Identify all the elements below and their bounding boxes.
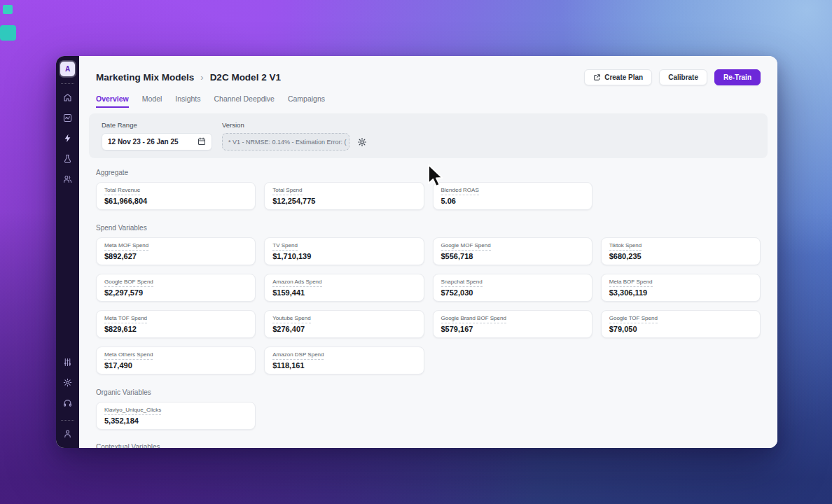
sliders-icon[interactable] bbox=[60, 354, 76, 370]
metric-label: Google TOF Spend bbox=[609, 316, 658, 323]
topbar: Marketing Mix Models › D2C Model 2 V1 Cr… bbox=[96, 69, 761, 85]
metric-card: Total Revenue $61,966,804 bbox=[96, 182, 256, 210]
metric-value: $892,627 bbox=[104, 253, 247, 260]
metric-value: $61,966,804 bbox=[104, 197, 247, 205]
metric-value: 5,352,184 bbox=[104, 417, 247, 425]
calibrate-button[interactable]: Calibrate bbox=[659, 69, 707, 85]
metric-value: $1,710,139 bbox=[272, 253, 415, 260]
headphones-icon[interactable] bbox=[60, 395, 76, 410]
header-actions: Create Plan Calibrate Re-Train bbox=[584, 69, 761, 85]
metric-label: Meta BOF Spend bbox=[609, 279, 653, 287]
breadcrumb-current: D2C Model 2 V1 bbox=[210, 72, 281, 83]
version-field: Version * V1 - NRMSE: 0.14% - Estimation… bbox=[222, 121, 367, 150]
section-organic-variables: Organic Variables Klaviyo_Unique_Clicks … bbox=[96, 388, 761, 430]
metric-value: $752,030 bbox=[441, 289, 584, 297]
main-content: Marketing Mix Models › D2C Model 2 V1 Cr… bbox=[79, 56, 777, 448]
retrain-button[interactable]: Re-Train bbox=[714, 69, 761, 85]
breadcrumb-separator-icon: › bbox=[200, 72, 203, 83]
organic-grid: Klaviyo_Unique_Clicks 5,352,184 bbox=[96, 402, 761, 430]
workspace-logo[interactable]: A bbox=[60, 62, 75, 76]
date-range-value: 12 Nov 23 - 26 Jan 25 bbox=[108, 138, 179, 146]
version-select[interactable]: * V1 - NRMSE: 0.14% - Estimation Error: … bbox=[222, 133, 349, 150]
create-plan-label: Create Plan bbox=[604, 74, 643, 81]
metric-label: Amazon DSP Spend bbox=[272, 352, 324, 360]
section-title: Contextual Variables bbox=[96, 443, 761, 448]
metric-value: $17,490 bbox=[104, 362, 247, 370]
metric-value: $556,718 bbox=[441, 253, 584, 260]
metric-label: Klaviyo_Unique_Clicks bbox=[104, 407, 161, 415]
metric-value: $12,254,775 bbox=[272, 197, 415, 205]
tab-overview[interactable]: Overview bbox=[96, 94, 129, 108]
calendar-icon bbox=[197, 137, 206, 147]
metric-card: Google BOF Spend $2,297,579 bbox=[96, 274, 256, 302]
retrain-label: Re-Train bbox=[723, 74, 751, 81]
app-window: A bbox=[56, 56, 777, 448]
metric-label: TV Spend bbox=[272, 243, 298, 251]
section-contextual-variables: Contextual Variables bbox=[96, 443, 761, 448]
desktop-background: A bbox=[0, 0, 832, 504]
metric-card: Amazon DSP Spend $118,161 bbox=[264, 346, 424, 374]
metric-value: $79,050 bbox=[609, 326, 752, 333]
metric-label: Google Brand BOF Spend bbox=[441, 316, 506, 323]
users-icon[interactable] bbox=[60, 171, 76, 186]
date-range-input[interactable]: 12 Nov 23 - 26 Jan 25 bbox=[102, 133, 212, 150]
analytics-icon[interactable] bbox=[60, 110, 76, 125]
metric-label: Snapchat Spend bbox=[441, 279, 483, 287]
create-plan-button[interactable]: Create Plan bbox=[584, 69, 652, 85]
metric-card: Meta BOF Spend $3,306,119 bbox=[601, 274, 761, 302]
tab-model[interactable]: Model bbox=[142, 94, 162, 108]
metric-value: $680,235 bbox=[609, 253, 752, 260]
version-label: Version bbox=[222, 121, 367, 129]
breadcrumb-parent[interactable]: Marketing Mix Models bbox=[96, 72, 194, 83]
metric-card: Meta MOF Spend $892,627 bbox=[96, 237, 256, 265]
metric-card: Google TOF Spend $79,050 bbox=[601, 310, 761, 338]
flask-icon[interactable] bbox=[60, 150, 76, 166]
external-link-icon bbox=[593, 74, 601, 81]
metric-card: TV Spend $1,710,139 bbox=[264, 237, 424, 265]
teal-accent-square-large bbox=[0, 25, 16, 41]
section-aggregate: Aggregate Total Revenue $61,966,804 Tota… bbox=[96, 169, 761, 210]
metric-value: 5.06 bbox=[441, 197, 584, 205]
metric-card: Google Brand BOF Spend $579,167 bbox=[433, 310, 592, 338]
aggregate-grid: Total Revenue $61,966,804 Total Spend $1… bbox=[96, 182, 761, 210]
metric-value: $276,407 bbox=[272, 326, 415, 333]
metric-label: Meta MOF Spend bbox=[104, 243, 148, 251]
filter-bar: Date Range 12 Nov 23 - 26 Jan 25 Version… bbox=[89, 113, 768, 158]
metric-value: $118,161 bbox=[272, 362, 415, 370]
metric-card: Amazon Ads Spend $159,441 bbox=[264, 274, 424, 302]
calibrate-label: Calibrate bbox=[668, 74, 698, 81]
version-settings-gear-icon[interactable] bbox=[357, 137, 367, 147]
metric-label: Google MOF Spend bbox=[441, 243, 491, 251]
tab-insights[interactable]: Insights bbox=[175, 94, 200, 108]
tab-campaigns[interactable]: Campaigns bbox=[288, 94, 325, 108]
metric-card: Snapchat Spend $752,030 bbox=[433, 274, 592, 302]
metric-card: Klaviyo_Unique_Clicks 5,352,184 bbox=[96, 402, 256, 430]
metric-value: $3,306,119 bbox=[609, 289, 752, 297]
date-range-label: Date Range bbox=[102, 121, 212, 129]
version-value: * V1 - NRMSE: 0.14% - Estimation Error: … bbox=[228, 139, 347, 146]
metric-value: $159,441 bbox=[272, 289, 415, 297]
metric-label: Total Revenue bbox=[104, 188, 140, 195]
sidebar: A bbox=[56, 56, 79, 448]
metric-card: Meta Others Spend $17,490 bbox=[96, 346, 256, 374]
account-icon[interactable] bbox=[60, 426, 76, 441]
section-title: Organic Variables bbox=[96, 388, 761, 396]
metric-card: Total Spend $12,254,775 bbox=[264, 182, 424, 210]
settings-icon[interactable] bbox=[60, 374, 76, 390]
metric-label: Blended ROAS bbox=[441, 188, 479, 195]
metric-card: Tiktok Spend $680,235 bbox=[601, 237, 761, 265]
metric-label: Youtube Spend bbox=[272, 316, 310, 323]
section-title: Aggregate bbox=[96, 169, 761, 176]
metric-value: $2,297,579 bbox=[104, 289, 247, 297]
bolt-icon[interactable] bbox=[60, 130, 76, 146]
breadcrumb: Marketing Mix Models › D2C Model 2 V1 bbox=[96, 72, 281, 83]
metric-label: Google BOF Spend bbox=[104, 279, 153, 287]
metric-label: Total Spend bbox=[272, 188, 302, 195]
sidebar-divider bbox=[61, 420, 74, 421]
home-icon[interactable] bbox=[60, 90, 76, 105]
tab-channel-deepdive[interactable]: Channel Deepdive bbox=[214, 94, 275, 108]
metric-card: Google MOF Spend $556,718 bbox=[433, 237, 592, 265]
sidebar-divider bbox=[61, 83, 74, 84]
section-spend-variables: Spend Variables Meta MOF Spend $892,627 … bbox=[96, 224, 761, 374]
tab-bar: Overview Model Insights Channel Deepdive… bbox=[96, 94, 761, 108]
